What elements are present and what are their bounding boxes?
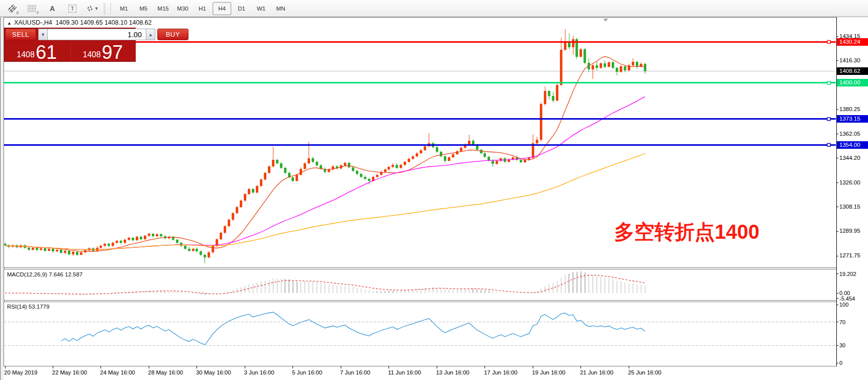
price-tick-label: 1416.30	[839, 57, 860, 63]
time-axis-label: 28 May 16:00	[148, 369, 183, 375]
time-axis-label: 20 May 2019	[4, 369, 38, 375]
time-axis-label: 7 Jun 16:00	[340, 369, 370, 375]
price-tick-label: 1344.20	[839, 155, 860, 161]
time-axis-label: 5 Jun 16:00	[292, 369, 322, 375]
price-badge: 1408.62	[837, 67, 868, 75]
symbol-period-label: XAUUSD-,H4	[14, 19, 52, 26]
volume-control: ▼ ▲	[38, 29, 155, 40]
trade-widget-top-row: SELL ▼ ▲ BUY	[4, 28, 136, 41]
time-axis-label: 30 May 16:00	[196, 369, 231, 375]
macd-axis-label: -5.454	[839, 296, 855, 302]
macd-axis-label: 19.202	[839, 271, 856, 277]
rsi-axis-label: 100	[839, 302, 848, 308]
rsi-label: RSI(14) 53.1779	[7, 304, 49, 310]
time-axis-label: 3 Jun 16:00	[244, 369, 274, 375]
time-axis-label: 19 Jun 16:00	[532, 369, 565, 375]
price-badge: 1400.00	[837, 79, 868, 86]
mt4-window: EFAT▼ M1M5M15M30H1H4D1W1MN ▲XAUUSD-,H4 1…	[0, 0, 868, 380]
collapse-triangle-icon[interactable]: ▲	[7, 21, 12, 26]
buy-price[interactable]: 1408 97	[70, 41, 136, 62]
price-tick-label: 1289.95	[839, 228, 860, 234]
macd-label: MACD(12,26,9) 7.646 12.587	[7, 271, 82, 277]
chart-title: ▲XAUUSD-,H4 1409.30 1409.65 1408.10 1408…	[7, 19, 152, 26]
trade-widget-prices: 1408 61 1408 97	[4, 41, 136, 62]
volume-increase-button[interactable]: ▲	[146, 29, 155, 40]
sell-price[interactable]: 1408 61	[4, 41, 70, 62]
time-axis-label: 11 Jun 16:00	[388, 369, 421, 375]
price-tick-label: 1326.00	[839, 179, 860, 185]
rsi-axis-label: 0	[839, 360, 842, 366]
price-tick-label: 1362.05	[839, 131, 860, 137]
ohlc-values: 1409.30 1409.65 1408.10 1408.62	[56, 19, 152, 26]
volume-input[interactable]	[48, 29, 146, 40]
sell-button[interactable]: SELL	[5, 29, 36, 40]
time-axis-label: 22 May 16:00	[52, 369, 87, 375]
price-badge: 1373.15	[837, 115, 868, 123]
price-tick-label: 1308.15	[839, 204, 860, 210]
buy-price-small: 1408	[83, 51, 101, 60]
time-axis-label: 17 Jun 16:00	[484, 369, 518, 375]
price-badge: 1430.24	[837, 38, 868, 46]
chart-annotation-text[interactable]: 多空转折点1400	[614, 218, 759, 246]
volume-decrease-button[interactable]: ▼	[38, 29, 48, 40]
buy-button[interactable]: BUY	[157, 29, 188, 40]
price-tick-label: 1271.75	[839, 252, 860, 258]
time-axis-label: 21 Jun 16:00	[580, 369, 614, 375]
sell-price-small: 1408	[17, 51, 35, 60]
one-click-trading-widget: SELL ▼ ▲ BUY 1408 61 1408 97	[4, 28, 136, 62]
time-axis-label: 25 Jun 16:00	[628, 369, 661, 375]
time-axis-label: 24 May 16:00	[100, 369, 135, 375]
buy-price-big: 97	[102, 44, 123, 60]
price-badge: 1354.00	[837, 141, 868, 149]
time-axis-label: 13 Jun 16:00	[436, 369, 469, 375]
rsi-axis-label: 70	[839, 319, 845, 325]
price-tick-label: 1380.25	[839, 106, 860, 112]
rsi-axis-label: 30	[839, 342, 845, 348]
sell-price-big: 61	[36, 44, 57, 60]
